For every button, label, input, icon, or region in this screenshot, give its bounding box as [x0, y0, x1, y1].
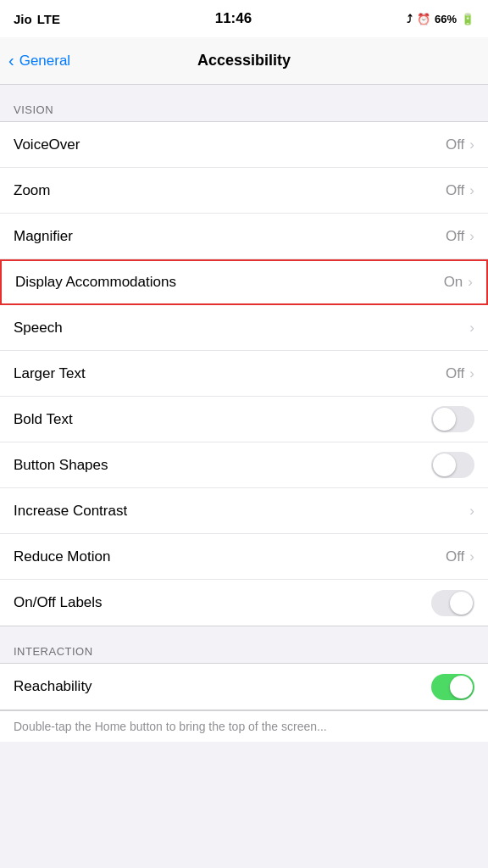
speech-value: › [469, 320, 474, 337]
voiceover-value: Off › [446, 136, 474, 153]
vision-settings-group: VoiceOver Off › Zoom Off › Magnifier Off… [0, 121, 488, 626]
bold-text-row[interactable]: Bold Text [0, 397, 488, 442]
location-icon: ⤴ [407, 13, 413, 25]
magnifier-status: Off [446, 228, 464, 245]
status-icons: ⤴ ⏰ 66% 🔋 [407, 13, 474, 25]
back-label: General [19, 53, 70, 70]
increase-contrast-value: › [469, 503, 474, 520]
page-title: Accessibility [197, 52, 291, 70]
reduce-motion-label: Reduce Motion [14, 548, 110, 565]
bottom-cutoff-text: Double-tap the Home button to bring the … [0, 710, 488, 742]
reduce-motion-status: Off [446, 548, 464, 565]
magnifier-chevron-icon: › [469, 228, 474, 245]
speech-label: Speech [14, 320, 63, 337]
back-button[interactable]: ‹ General [8, 51, 70, 70]
on-off-labels-toggle-knob [450, 592, 473, 615]
reachability-toggle-knob [450, 676, 473, 698]
voiceover-label: VoiceOver [14, 136, 80, 153]
alarm-icon: ⏰ [417, 13, 430, 25]
battery-icon: 🔋 [461, 13, 474, 25]
voiceover-chevron-icon: › [469, 136, 474, 153]
button-shapes-label: Button Shapes [14, 457, 108, 474]
display-accommodations-status: On [444, 274, 463, 291]
voiceover-row[interactable]: VoiceOver Off › [0, 122, 488, 168]
battery-label: 66% [435, 13, 457, 25]
reachability-label: Reachability [14, 678, 92, 695]
zoom-label: Zoom [14, 182, 50, 199]
magnifier-value: Off › [446, 228, 474, 245]
nav-bar: ‹ General Accessibility [0, 37, 488, 85]
vision-section-header: VISION [0, 85, 488, 121]
on-off-labels-row[interactable]: On/Off Labels [0, 580, 488, 626]
reduce-motion-row[interactable]: Reduce Motion Off › [0, 534, 488, 580]
button-shapes-toggle-knob [433, 453, 456, 476]
status-carrier: Jio LTE [14, 12, 60, 26]
status-bar: Jio LTE 11:46 ⤴ ⏰ 66% 🔋 [0, 0, 488, 37]
on-off-labels-toggle[interactable] [431, 590, 474, 616]
larger-text-label: Larger Text [14, 365, 86, 382]
larger-text-value: Off › [446, 365, 474, 382]
network-label: LTE [37, 12, 60, 26]
zoom-row[interactable]: Zoom Off › [0, 168, 488, 214]
zoom-value: Off › [446, 182, 474, 199]
status-time: 11:46 [215, 10, 252, 27]
larger-text-row[interactable]: Larger Text Off › [0, 351, 488, 397]
magnifier-row[interactable]: Magnifier Off › [0, 214, 488, 259]
carrier-label: Jio [14, 12, 32, 26]
increase-contrast-label: Increase Contrast [14, 503, 127, 520]
increase-contrast-row[interactable]: Increase Contrast › [0, 488, 488, 534]
reachability-row[interactable]: Reachability [0, 664, 488, 709]
larger-text-chevron-icon: › [469, 365, 474, 382]
voiceover-status: Off [446, 136, 464, 153]
bold-text-toggle[interactable] [431, 406, 474, 432]
larger-text-status: Off [446, 365, 464, 382]
bold-text-toggle-knob [433, 408, 456, 431]
reachability-toggle[interactable] [431, 674, 474, 700]
display-accommodations-label: Display Accommodations [15, 274, 176, 291]
interaction-settings-group: Reachability [0, 663, 488, 710]
magnifier-label: Magnifier [14, 228, 73, 245]
button-shapes-toggle[interactable] [431, 452, 474, 478]
speech-chevron-icon: › [469, 320, 474, 337]
interaction-section-header: INTERACTION [0, 626, 488, 663]
display-accommodations-row[interactable]: Display Accommodations On › [0, 259, 488, 305]
on-off-labels-label: On/Off Labels [14, 594, 103, 611]
zoom-chevron-icon: › [469, 182, 474, 199]
back-chevron-icon: ‹ [8, 51, 14, 70]
speech-row[interactable]: Speech › [0, 305, 488, 351]
display-accommodations-value: On › [444, 274, 473, 291]
bold-text-label: Bold Text [14, 411, 73, 428]
display-accommodations-chevron-icon: › [468, 274, 473, 291]
reduce-motion-value: Off › [446, 548, 474, 565]
button-shapes-row[interactable]: Button Shapes [0, 442, 488, 488]
increase-contrast-chevron-icon: › [469, 503, 474, 520]
reduce-motion-chevron-icon: › [469, 548, 474, 565]
zoom-status: Off [446, 182, 464, 199]
